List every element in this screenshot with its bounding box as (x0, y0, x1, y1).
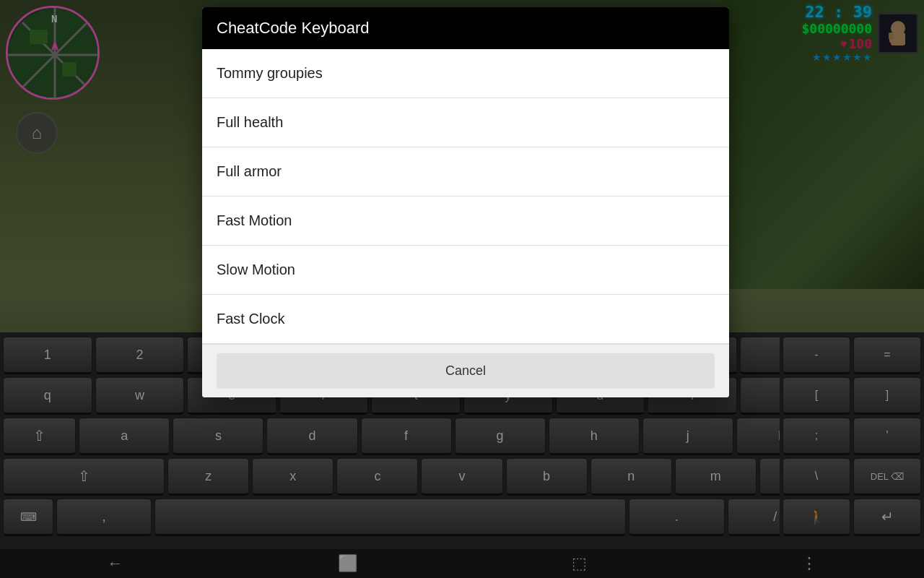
dialog-overlay: CheatCode Keyboard Tommy groupies Full h… (0, 0, 924, 578)
dialog-title: CheatCode Keyboard (217, 19, 370, 37)
cheat-item-fast-clock[interactable]: Fast Clock (202, 295, 729, 344)
cheat-item-fast-motion[interactable]: Fast Motion (202, 197, 729, 246)
dialog-list: Tommy groupies Full health Full armor Fa… (202, 49, 729, 344)
cheatcode-dialog: CheatCode Keyboard Tommy groupies Full h… (202, 7, 729, 397)
cheat-item-full-health[interactable]: Full health (202, 98, 729, 147)
dialog-cancel-row: Cancel (202, 344, 729, 397)
cheat-item-slow-motion[interactable]: Slow Motion (202, 246, 729, 295)
dialog-title-bar: CheatCode Keyboard (202, 7, 729, 49)
cheat-item-tommy-groupies[interactable]: Tommy groupies (202, 49, 729, 98)
cheat-item-full-armor[interactable]: Full armor (202, 147, 729, 197)
cancel-button[interactable]: Cancel (217, 353, 715, 389)
